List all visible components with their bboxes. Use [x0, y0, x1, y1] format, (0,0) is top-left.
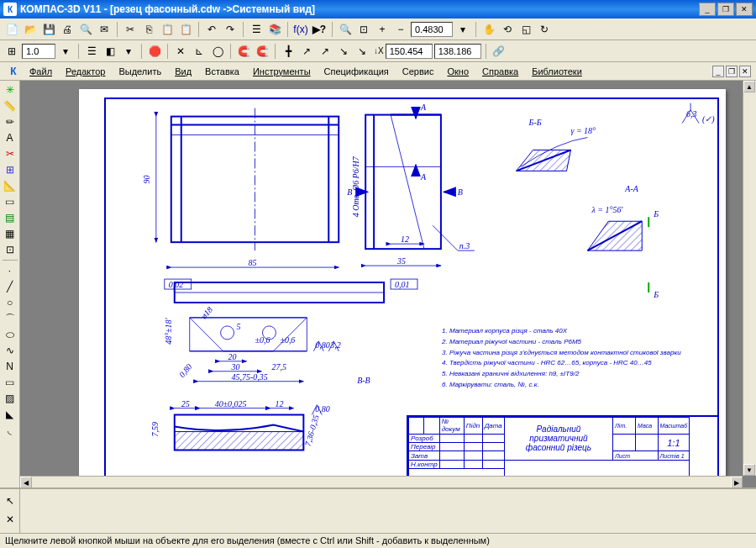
dropdown-icon[interactable]: ▾ — [454, 21, 471, 38]
localcs-button[interactable]: ╋ — [280, 43, 297, 60]
scroll-right-button[interactable]: ▶ — [731, 477, 743, 488]
coord1-button[interactable]: ↗ — [298, 43, 315, 60]
mdi-minimize-button[interactable]: _ — [712, 66, 724, 77]
symbol-tool[interactable]: ✏ — [2, 114, 18, 129]
circle-tool[interactable]: ○ — [2, 295, 18, 310]
mail-button[interactable]: ✉ — [96, 21, 113, 38]
point-tool[interactable]: · — [2, 263, 18, 278]
mdi-close-button[interactable]: ✕ — [739, 66, 751, 77]
links-button[interactable]: 🔗 — [491, 43, 507, 60]
menu-service[interactable]: Сервис — [396, 65, 440, 78]
variable-button[interactable]: f(x) — [292, 21, 309, 38]
fillet-tool[interactable]: ◟ — [2, 423, 18, 438]
spec-tool[interactable]: ▤ — [2, 210, 18, 225]
report-tool[interactable]: ▦ — [2, 226, 18, 241]
zoom-in-button[interactable]: + — [374, 21, 391, 38]
menu-file[interactable]: Файл — [24, 65, 58, 78]
insert-view-tool[interactable]: ⊡ — [2, 242, 18, 257]
coord4-button[interactable]: ↘ — [354, 43, 370, 60]
zoom-value-input[interactable]: 0.4830 — [411, 22, 453, 37]
measure-tool[interactable]: 📐 — [2, 178, 18, 193]
round-button[interactable]: ◯ — [209, 43, 226, 60]
ellipse-tool[interactable]: ⬭ — [2, 327, 18, 342]
hatch-tool[interactable]: ▨ — [2, 391, 18, 406]
scroll-up-button[interactable]: ▲ — [743, 81, 755, 92]
scale-input[interactable]: 1.0 — [22, 44, 55, 59]
paste-special-button[interactable]: 📋 — [177, 21, 194, 38]
layers-button[interactable]: ☰ — [83, 43, 100, 60]
cut-button[interactable]: ✂ — [122, 21, 139, 38]
mdi-restore-button[interactable]: ❐ — [726, 66, 738, 77]
pan-button[interactable]: ✋ — [480, 21, 497, 38]
text-tool[interactable]: A — [2, 130, 18, 145]
menu-window[interactable]: Окно — [441, 65, 475, 78]
snap-end-button[interactable]: 🧲 — [235, 43, 252, 60]
dropdown-icon[interactable]: ▾ — [57, 43, 74, 60]
spline-tool[interactable]: ∿ — [2, 343, 18, 358]
rect-tool[interactable]: ▭ — [2, 375, 18, 390]
maximize-button[interactable]: ❐ — [717, 3, 734, 16]
menu-editor[interactable]: Редактор — [60, 65, 111, 78]
library-button[interactable]: 📚 — [266, 21, 283, 38]
drawing-canvas[interactable]: 6,3 (✓) 90 85 — [20, 81, 756, 489]
menu-libs[interactable]: Библиотеки — [526, 65, 588, 78]
undo-button[interactable]: ↶ — [203, 21, 220, 38]
line-tool[interactable]: ╱ — [2, 279, 18, 294]
zoom-out-button[interactable]: − — [392, 21, 409, 38]
coord2-button[interactable]: ↗ — [317, 43, 333, 60]
geometry-tool[interactable]: ✳ — [2, 82, 18, 97]
edit-tool[interactable]: ✂ — [2, 146, 18, 161]
menu-spec[interactable]: Спецификация — [318, 65, 395, 78]
new-button[interactable]: 📄 — [3, 21, 20, 38]
zoom-fit-button[interactable]: 🔍 — [337, 21, 354, 38]
svg-rect-27 — [175, 432, 304, 451]
ortho-button[interactable]: ⊾ — [191, 43, 207, 60]
snap-toggle-button[interactable]: ✕ — [172, 43, 189, 60]
svg-rect-9 — [365, 115, 441, 250]
dropdown-icon[interactable]: ▾ — [120, 43, 137, 60]
open-button[interactable]: 📂 — [22, 21, 39, 38]
menu-help[interactable]: Справка — [476, 65, 524, 78]
dimension-tool[interactable]: 📏 — [2, 98, 18, 113]
redraw-button[interactable]: ↻ — [536, 21, 553, 38]
zoom-all-button[interactable]: ◱ — [517, 21, 534, 38]
menu-tools[interactable]: Инструменты — [247, 65, 317, 78]
properties-button[interactable]: ☰ — [248, 21, 265, 38]
grid-icon[interactable]: ⊞ — [3, 43, 20, 60]
polyline-tool[interactable]: Ν — [2, 359, 18, 374]
scroll-left-button[interactable]: ◀ — [20, 477, 32, 488]
zoom-window-button[interactable]: ⊡ — [355, 21, 372, 38]
menu-select[interactable]: Выделить — [113, 65, 167, 78]
minimize-button[interactable]: _ — [699, 3, 716, 16]
print-button[interactable]: 🖨 — [59, 21, 76, 38]
preview-button[interactable]: 🔍 — [77, 21, 94, 38]
stop-button[interactable]: 🛑 — [146, 43, 163, 60]
property-panel[interactable] — [20, 487, 756, 535]
help-button[interactable]: ▶? — [311, 21, 328, 38]
menu-insert[interactable]: Вставка — [199, 65, 245, 78]
save-button[interactable]: 💾 — [40, 21, 57, 38]
technical-notes: 1. Материал корпуса різця - сталь 40Х 2.… — [442, 326, 702, 391]
coord-x-input[interactable]: 150.454 — [386, 44, 433, 59]
arc-tool[interactable]: ⌒ — [2, 311, 18, 326]
dim-12: 12 — [401, 234, 409, 244]
paste-button[interactable]: 📋 — [159, 21, 176, 38]
chamfer-tool[interactable]: ◣ — [2, 407, 18, 422]
angle-gamma: γ = 18° — [570, 126, 596, 135]
tb-lit: Літ. — [613, 418, 636, 435]
coord3-button[interactable]: ↘ — [335, 43, 352, 60]
menu-view[interactable]: Вид — [169, 65, 197, 78]
close-button[interactable]: ✕ — [736, 3, 753, 16]
autoaxis-tool[interactable]: ✕ — [2, 511, 18, 528]
zoom-prev-button[interactable]: ⟲ — [499, 21, 516, 38]
param-tool[interactable]: ⊞ — [2, 162, 18, 177]
app-menu-icon[interactable]: К — [5, 63, 22, 80]
coord-y-input[interactable]: 138.186 — [434, 44, 481, 59]
select-tool[interactable]: ▭ — [2, 194, 18, 209]
copy-button[interactable]: ⎘ — [140, 21, 157, 38]
snap-mid-button[interactable]: 🧲 — [254, 43, 270, 60]
scroll-down-button[interactable]: ▼ — [743, 464, 755, 476]
layer-state-button[interactable]: ◧ — [102, 43, 118, 60]
redo-button[interactable]: ↷ — [222, 21, 239, 38]
cursor-tool[interactable]: ↖ — [2, 493, 18, 509]
